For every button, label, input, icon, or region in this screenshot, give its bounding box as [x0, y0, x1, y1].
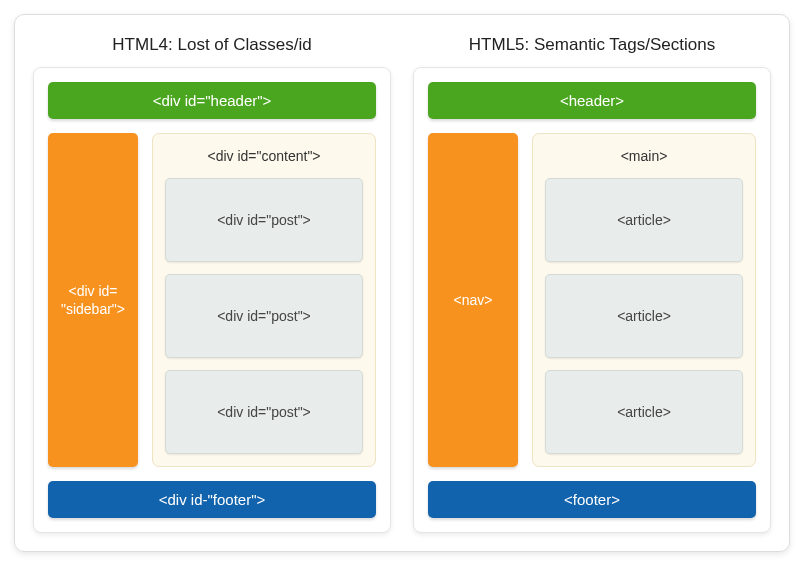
content-title-html4: <div id="content"> — [165, 144, 363, 166]
column-html4: HTML4: Lost of Classes/id <div id="heade… — [33, 29, 391, 533]
diagram-frame: HTML4: Lost of Classes/id <div id="heade… — [14, 14, 790, 552]
post-box-html5: <article> — [545, 370, 743, 454]
sidebar-label-html4: <div id= "sidebar"> — [61, 282, 125, 318]
panel-html5: <header> <nav> <main> <article> <article… — [413, 67, 771, 533]
footer-box-html5: <footer> — [428, 481, 756, 518]
column-title-html5: HTML5: Semantic Tags/Sections — [413, 29, 771, 67]
sidebar-box-html5: <nav> — [428, 133, 518, 467]
content-box-html5: <main> <article> <article> <article> — [532, 133, 756, 467]
header-box-html4: <div id="header"> — [48, 82, 376, 119]
content-box-html4: <div id="content"> <div id="post"> <div … — [152, 133, 376, 467]
middle-row-html4: <div id= "sidebar"> <div id="content"> <… — [48, 133, 376, 467]
post-box-html5: <article> — [545, 274, 743, 358]
sidebar-box-html4: <div id= "sidebar"> — [48, 133, 138, 467]
header-box-html5: <header> — [428, 82, 756, 119]
post-box-html4: <div id="post"> — [165, 370, 363, 454]
panel-html4: <div id="header"> <div id= "sidebar"> <d… — [33, 67, 391, 533]
content-title-html5: <main> — [545, 144, 743, 166]
post-box-html4: <div id="post"> — [165, 274, 363, 358]
sidebar-label-html5: <nav> — [454, 291, 493, 309]
post-box-html5: <article> — [545, 178, 743, 262]
column-html5: HTML5: Semantic Tags/Sections <header> <… — [413, 29, 771, 533]
column-title-html4: HTML4: Lost of Classes/id — [33, 29, 391, 67]
post-box-html4: <div id="post"> — [165, 178, 363, 262]
middle-row-html5: <nav> <main> <article> <article> <articl… — [428, 133, 756, 467]
footer-box-html4: <div id-"footer"> — [48, 481, 376, 518]
